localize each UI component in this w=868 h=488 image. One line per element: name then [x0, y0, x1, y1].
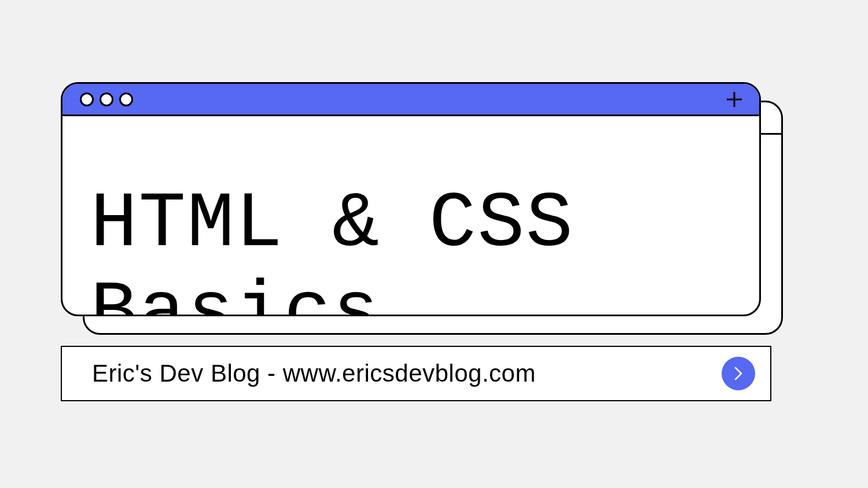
window-body: HTML & CSS Basics	[62, 116, 759, 316]
minimize-window-button[interactable]	[100, 93, 113, 106]
url-text: Eric's Dev Blog - www.ericsdevblog.com	[92, 360, 536, 387]
plus-icon[interactable]	[726, 91, 743, 108]
maximize-window-button[interactable]	[119, 93, 133, 106]
browser-window: HTML & CSS Basics	[61, 82, 761, 316]
chevron-right-icon	[731, 365, 745, 382]
traffic-lights	[80, 93, 133, 106]
go-button[interactable]	[722, 357, 755, 390]
close-window-button[interactable]	[80, 93, 94, 106]
page-title: HTML & CSS Basics	[90, 180, 736, 316]
window-titlebar	[62, 84, 759, 116]
url-bar[interactable]: Eric's Dev Blog - www.ericsdevblog.com	[61, 346, 771, 401]
